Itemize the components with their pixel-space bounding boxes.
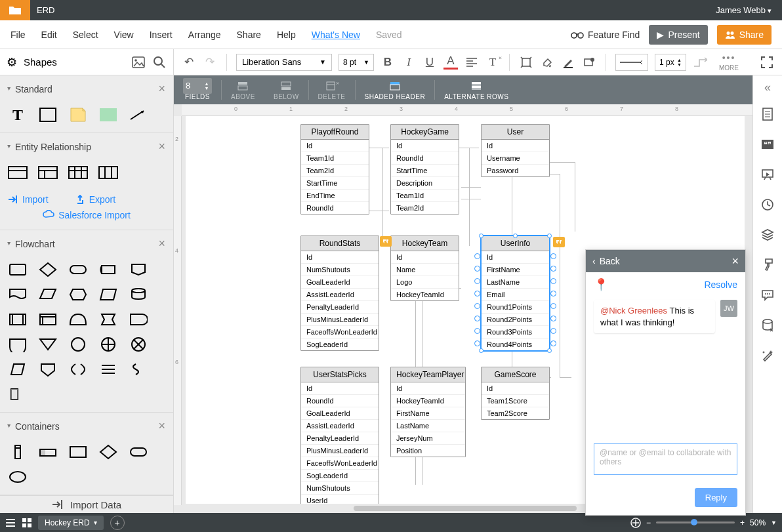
table-header[interactable]: HockeyGame [391, 125, 459, 140]
chevron-down-icon[interactable]: ▼ [771, 520, 777, 526]
flowchart-shape[interactable] [129, 261, 148, 278]
table-row[interactable]: SogLeaderId [301, 470, 379, 482]
table-row[interactable]: Id [482, 382, 549, 395]
erd-shape-4[interactable] [98, 164, 118, 181]
insert-above[interactable]: ABOVE [222, 80, 264, 100]
table-row[interactable]: Team2Score [482, 407, 549, 419]
table-header[interactable]: UserInfo [482, 236, 549, 251]
share-button[interactable]: Share [717, 25, 772, 45]
more-menu[interactable]: ••• MORE [719, 52, 739, 72]
table-userstatspicks[interactable]: UserStatsPicksIdRoundIdGoalLeaderIdAssis… [300, 367, 379, 504]
import-link[interactable]: Import [8, 194, 49, 205]
table-row[interactable]: EndTime [301, 190, 369, 202]
menu-edit[interactable]: Edit [41, 30, 57, 40]
font-size-select[interactable]: 8 pt ▼ [339, 54, 374, 71]
table-row[interactable]: Position [391, 445, 465, 457]
flowchart-shape[interactable] [98, 286, 118, 303]
section-containers-header[interactable]: Containers× [0, 413, 173, 440]
fullscreen-icon[interactable] [760, 55, 774, 70]
container-shape[interactable] [68, 443, 88, 460]
menu-arrange[interactable]: Arrange [188, 30, 221, 40]
flowchart-shape[interactable] [38, 361, 58, 378]
section-standard-header[interactable]: Standard× [0, 75, 173, 102]
flowchart-shape[interactable] [68, 361, 88, 378]
table-row[interactable]: Team1Score [482, 395, 549, 407]
flowchart-shape[interactable] [98, 261, 118, 278]
flowchart-shape[interactable] [8, 386, 28, 403]
container-shape[interactable] [98, 443, 118, 460]
page-tab[interactable]: Hockey ERD [38, 516, 104, 530]
menu-help[interactable]: Help [277, 30, 296, 40]
close-icon[interactable]: × [158, 419, 165, 433]
table-row[interactable]: PlusMinusLeaderId [301, 445, 379, 457]
table-row[interactable]: Id [391, 251, 459, 264]
container-shape[interactable] [8, 443, 28, 460]
table-row[interactable]: JerseyNum [391, 432, 465, 445]
menu-file[interactable]: File [10, 30, 26, 40]
reply-input[interactable] [594, 443, 737, 475]
table-row[interactable]: GoalLeaderId [301, 407, 379, 420]
table-row[interactable]: Team1Id [391, 190, 459, 202]
flowchart-shape[interactable] [129, 336, 148, 353]
note-shape[interactable] [68, 106, 88, 123]
reply-button[interactable]: Reply [695, 488, 737, 507]
flowchart-shape[interactable] [68, 311, 88, 328]
erd-shape-3[interactable] [68, 164, 88, 181]
table-row[interactable]: RoundId [391, 152, 459, 165]
fill-bounds-icon[interactable] [519, 55, 533, 70]
table-row[interactable]: Team2Id [301, 165, 369, 177]
flowchart-shape[interactable] [8, 361, 28, 378]
magic-icon[interactable] [756, 342, 779, 369]
table-row[interactable]: HockeyTeamId [391, 289, 459, 300]
comment-back-button[interactable]: ‹Back [592, 256, 620, 266]
table-row[interactable]: Email [482, 289, 549, 301]
table-row[interactable]: GoalLeaderId [301, 276, 379, 289]
font-select[interactable]: Liberation Sans ▼ [236, 54, 332, 71]
flowchart-shape[interactable] [38, 286, 58, 303]
table-row[interactable]: Team2Id [391, 202, 459, 214]
table-row[interactable]: Id [301, 140, 369, 152]
present-button[interactable]: ▶ Present [649, 25, 707, 45]
table-header[interactable]: HockeyTeamPlayer [391, 367, 465, 382]
erd-shape-1[interactable] [8, 164, 28, 181]
comment-indicator[interactable] [380, 236, 392, 247]
table-row[interactable]: HockeyTeamId [391, 395, 465, 407]
table-row[interactable]: NumShutouts [301, 264, 379, 276]
table-header[interactable]: User [482, 125, 549, 140]
container-shape[interactable] [129, 443, 148, 460]
menu-whats-new[interactable]: What's New [312, 30, 360, 40]
close-icon[interactable]: × [731, 255, 739, 268]
table-row[interactable]: Round4Points [482, 338, 549, 350]
section-entity-header[interactable]: Entity Relationship× [0, 133, 173, 160]
table-row[interactable]: Name [391, 264, 459, 276]
gear-icon[interactable]: ⚙ [7, 55, 17, 70]
flowchart-shape[interactable] [38, 261, 58, 278]
insert-below[interactable]: BELOW [264, 80, 308, 100]
table-roundstats[interactable]: RoundStatsIdNumShutoutsGoalLeaderIdAssis… [300, 235, 379, 351]
flowchart-shape[interactable] [68, 336, 88, 353]
user-menu[interactable]: James Webb [716, 5, 782, 15]
flowchart-shape[interactable] [129, 311, 148, 328]
autofit-icon[interactable] [630, 518, 641, 528]
table-row[interactable]: Id [482, 251, 549, 264]
table-row[interactable]: Id [391, 140, 459, 152]
flowchart-shape[interactable] [98, 336, 118, 353]
menu-select[interactable]: Select [73, 30, 98, 40]
image-icon[interactable] [131, 55, 146, 70]
table-header[interactable]: UserStatsPicks [301, 367, 379, 382]
table-row[interactable]: FirstName [482, 264, 549, 276]
zoom-slider[interactable] [656, 522, 735, 523]
flowchart-shape[interactable] [68, 286, 88, 303]
align-icon[interactable] [464, 55, 479, 70]
table-row[interactable]: RoundId [301, 202, 369, 214]
table-row[interactable]: RoundId [301, 395, 379, 407]
flowchart-shape[interactable] [8, 286, 28, 303]
undo-icon[interactable]: ↶ [182, 55, 196, 70]
rect-shape[interactable] [38, 106, 58, 123]
block-shape[interactable] [98, 106, 118, 123]
comments-icon[interactable] [756, 282, 779, 308]
table-hockeygame[interactable]: HockeyGameIdRoundIdStartTimeDescriptionT… [390, 124, 459, 215]
flowchart-shape[interactable] [38, 336, 58, 353]
table-row[interactable]: Round1Points [482, 301, 549, 314]
text-color-icon[interactable]: A [443, 55, 458, 70]
